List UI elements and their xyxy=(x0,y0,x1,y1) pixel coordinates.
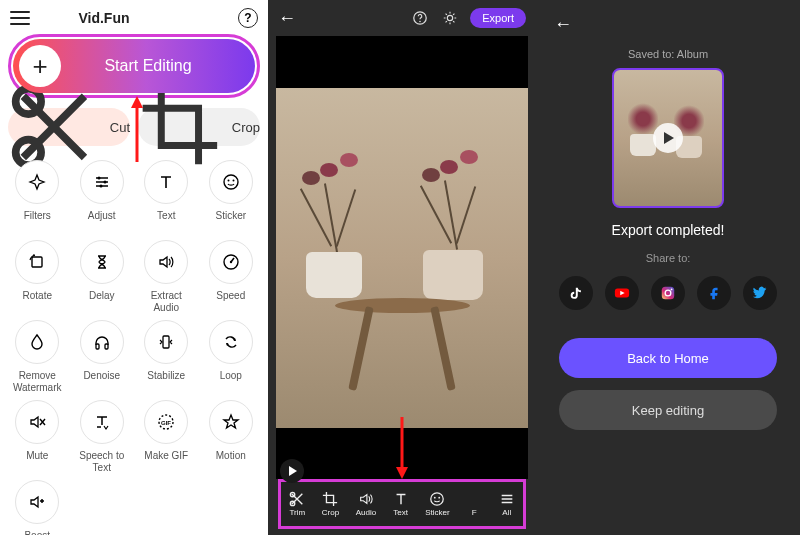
tool-denoise[interactable]: Denoise xyxy=(73,320,132,392)
youtube-icon xyxy=(614,285,630,301)
tool-label: Filters xyxy=(24,210,51,232)
sliders-icon xyxy=(80,160,124,204)
saved-to-label: Saved to: Album xyxy=(628,48,708,60)
cut-label: Cut xyxy=(110,120,130,135)
settings-icon[interactable] xyxy=(440,8,460,28)
tool-speech-to-text[interactable]: Speech to Text xyxy=(73,400,132,472)
back-button[interactable]: ← xyxy=(278,8,296,29)
share-to-label: Share to: xyxy=(646,252,691,264)
crop-label: Crop xyxy=(232,120,260,135)
back-to-home-button[interactable]: Back to Home xyxy=(559,338,777,378)
tool-label: Loop xyxy=(220,370,242,392)
share-youtube-button[interactable] xyxy=(605,276,639,310)
annotation-arrow xyxy=(130,96,144,168)
share-twitter-button[interactable] xyxy=(743,276,777,310)
tool-motion[interactable]: Motion xyxy=(202,400,261,472)
mute-icon xyxy=(15,400,59,444)
toolbar-crop[interactable]: Crop xyxy=(322,491,339,517)
star-icon xyxy=(209,400,253,444)
twitter-icon xyxy=(752,285,768,301)
tool-speed[interactable]: Speed xyxy=(202,240,261,312)
export-status: Export completed! xyxy=(612,222,725,238)
tool-make-gif[interactable]: Make GIF xyxy=(137,400,196,472)
tool-label: Mute xyxy=(26,450,48,472)
share-facebook-button[interactable] xyxy=(697,276,731,310)
tool-label: Denoise xyxy=(83,370,120,392)
speechtext-icon xyxy=(80,400,124,444)
loop-icon xyxy=(209,320,253,364)
tool-boost-volume[interactable]: Boost Volume xyxy=(8,480,67,535)
text-icon xyxy=(393,491,409,507)
tool-label: Stabilize xyxy=(147,370,185,392)
export-thumbnail[interactable] xyxy=(612,68,724,208)
audio-icon xyxy=(144,240,188,284)
share-instagram-button[interactable] xyxy=(651,276,685,310)
toolbar-label: Audio xyxy=(356,508,376,517)
crop-button[interactable]: Crop xyxy=(138,108,260,146)
play-button[interactable] xyxy=(280,459,304,483)
tool-label: Sticker xyxy=(215,210,246,232)
smiley-icon xyxy=(429,491,445,507)
app-title: Vid.Fun xyxy=(78,10,129,26)
toolbar-label: Trim xyxy=(289,508,305,517)
video-preview[interactable] xyxy=(276,36,528,479)
tool-extract-audio[interactable]: Extract Audio xyxy=(137,240,196,312)
tool-label: Delay xyxy=(89,290,115,312)
hourglass-icon xyxy=(80,240,124,284)
toolbar-label: Sticker xyxy=(425,508,449,517)
toolbar-all[interactable]: All xyxy=(499,491,515,517)
tool-stabilize[interactable]: Stabilize xyxy=(137,320,196,392)
tool-label: Speech to Text xyxy=(73,450,132,472)
toolbar-text[interactable]: Text xyxy=(393,491,409,517)
tool-label: Make GIF xyxy=(144,450,188,472)
share-tiktok-button[interactable] xyxy=(559,276,593,310)
tool-sticker[interactable]: Sticker xyxy=(202,160,261,232)
toolbar-sticker[interactable]: Sticker xyxy=(425,491,449,517)
tool-remove-watermark[interactable]: Remove Watermark xyxy=(8,320,67,392)
menu-icon xyxy=(499,491,515,507)
toolbar-audio[interactable]: Audio xyxy=(356,491,376,517)
tool-mute[interactable]: Mute xyxy=(8,400,67,472)
editor-toolbar-highlight: TrimCropAudioTextStickerFAll xyxy=(278,479,526,529)
tool-text[interactable]: Text xyxy=(137,160,196,232)
toolbar-trim[interactable]: Trim xyxy=(289,491,305,517)
volume-icon xyxy=(15,480,59,524)
menu-icon[interactable] xyxy=(10,11,30,25)
toolbar-label: F xyxy=(472,508,477,517)
tool-label: Extract Audio xyxy=(137,290,196,312)
tool-rotate[interactable]: Rotate xyxy=(8,240,67,312)
tool-filters[interactable]: Filters xyxy=(8,160,67,232)
help-icon[interactable] xyxy=(410,8,430,28)
stabilize-icon xyxy=(144,320,188,364)
audio-icon xyxy=(358,491,374,507)
drop-icon xyxy=(15,320,59,364)
headphones-icon xyxy=(80,320,124,364)
blank-icon xyxy=(466,491,482,507)
gif-icon xyxy=(144,400,188,444)
start-editing-highlight: + Start Editing xyxy=(8,34,260,98)
export-button[interactable]: Export xyxy=(470,8,526,28)
keep-editing-button[interactable]: Keep editing xyxy=(559,390,777,430)
video-frame xyxy=(276,88,528,428)
toolbar-label: Crop xyxy=(322,508,339,517)
play-icon xyxy=(653,123,683,153)
tool-delay[interactable]: Delay xyxy=(73,240,132,312)
cut-button[interactable]: Cut xyxy=(8,108,130,146)
tool-adjust[interactable]: Adjust xyxy=(73,160,132,232)
tool-loop[interactable]: Loop xyxy=(202,320,261,392)
tool-label: Remove Watermark xyxy=(8,370,67,392)
start-editing-button[interactable]: + Start Editing xyxy=(13,39,255,93)
facebook-icon xyxy=(706,285,722,301)
toolbar-label: All xyxy=(502,508,511,517)
sparkle-icon xyxy=(15,160,59,204)
tool-label: Rotate xyxy=(23,290,52,312)
scissors-icon xyxy=(289,491,305,507)
help-icon[interactable]: ? xyxy=(238,8,258,28)
back-button[interactable]: ← xyxy=(554,14,572,35)
text-icon xyxy=(144,160,188,204)
smiley-icon xyxy=(209,160,253,204)
annotation-arrow xyxy=(395,417,409,483)
toolbar-f[interactable]: F xyxy=(466,491,482,517)
gauge-icon xyxy=(209,240,253,284)
start-editing-label: Start Editing xyxy=(41,57,255,75)
